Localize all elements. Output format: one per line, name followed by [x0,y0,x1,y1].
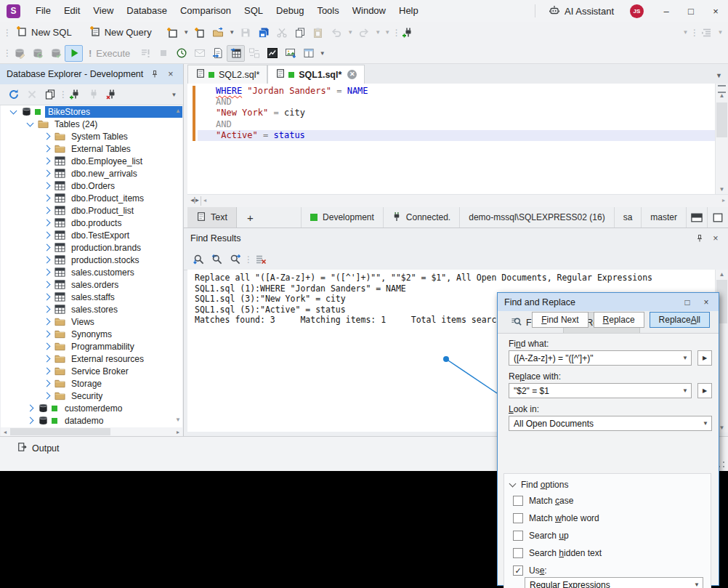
editor-hscrollbar[interactable]: ◂|▸ ◂ ▸ [187,194,728,207]
ai-assistant-button[interactable]: AI Assistant [543,4,620,18]
dialog-titlebar[interactable]: Find and Replace □ × [498,293,719,311]
tree-item-views[interactable]: Views [1,315,182,328]
scroll-up-arrow[interactable]: ▲ [175,108,181,114]
new-window-icon[interactable] [163,24,182,41]
chevron-collapsed-icon[interactable] [44,306,51,313]
minimize-button[interactable]: – [654,0,679,22]
tree-item-dbo-orders[interactable]: dbo.Orders [1,180,182,192]
clear-results-icon[interactable] [251,251,270,267]
copy-icon[interactable] [291,24,310,41]
email-icon[interactable] [190,45,209,62]
use-combobox[interactable]: Regular Expressions ▼ [525,577,703,588]
cut-icon[interactable] [273,24,291,41]
stop-icon[interactable] [154,45,172,62]
new-query-button[interactable]: New Query [84,24,158,41]
menu-database[interactable]: Database [120,0,174,22]
close-tab-icon[interactable]: ✕ [347,70,357,79]
execute-script-icon[interactable] [136,45,154,62]
dropdown-arrow[interactable]: ▼ [318,45,327,62]
replace-with-combobox[interactable]: "$2" = $1 ▼ [509,383,692,398]
new-sql-button[interactable]: New SQL [10,24,78,41]
dropdown-arrow[interactable]: ▼ [227,24,237,41]
chevron-down-icon[interactable]: ▼ [700,420,711,427]
tree-item-production-brands[interactable]: production.brands [1,241,182,254]
chevron-collapsed-icon[interactable] [44,269,51,276]
tree-item-customerdemo[interactable]: customerdemo [1,402,182,414]
export-data-icon[interactable] [209,45,227,62]
chevron-collapsed-icon[interactable] [27,417,34,424]
scroll-up-arrow[interactable]: ▲ [716,92,728,99]
history-icon[interactable] [172,45,190,62]
chevron-collapsed-icon[interactable] [44,294,51,301]
refresh-icon[interactable] [4,86,23,103]
dropdown-arrow[interactable]: ▼ [373,24,383,41]
chevron-collapsed-icon[interactable] [44,170,51,177]
menu-window[interactable]: Window [346,0,392,22]
user-avatar[interactable]: JS [630,4,644,18]
checkbox-unchecked-icon[interactable] [513,531,523,541]
chevron-collapsed-icon[interactable] [44,257,51,264]
toolbar-separator[interactable]: ⋮ [244,254,251,265]
chevron-collapsed-icon[interactable] [44,207,51,214]
menu-sql[interactable]: SQL [238,0,270,22]
connect-new-icon[interactable] [400,24,418,41]
window-layout-icon[interactable] [299,45,318,62]
menu-edit[interactable]: Edit [57,0,86,22]
toolbar-grip[interactable]: ⋮ [3,48,10,58]
find-what-combobox[interactable]: ([A-Za-z]+) = "([^']+)" ▼ [509,350,692,366]
chevron-collapsed-icon[interactable] [44,182,51,190]
chevron-collapsed-icon[interactable] [44,281,51,289]
splitter-icon[interactable]: ◂|▸ [189,196,201,206]
scroll-left-arrow[interactable]: ◂ [1,427,9,436]
tree-item-service-broker[interactable]: Service Broker [1,365,182,377]
menu-help[interactable]: Help [392,0,425,22]
disconnect-icon[interactable] [102,86,121,103]
save-icon[interactable] [237,24,255,41]
new-document-icon[interactable] [191,24,209,41]
pin-icon[interactable] [147,67,163,81]
text-view-tab[interactable]: Text [187,207,237,227]
add-view-tab[interactable]: + [237,207,264,227]
maximize-button[interactable]: □ [679,0,703,22]
chevron-collapsed-icon[interactable] [27,405,34,412]
toolbar-separator[interactable]: ⋮ [392,28,400,38]
connect-icon[interactable] [84,86,102,103]
dialog-close-button[interactable]: × [697,294,716,310]
scrollbar-thumb[interactable] [716,102,727,137]
editor-vscrollbar[interactable]: ▲ ▼ [715,84,728,194]
dropdown-arrow[interactable]: ▼ [681,24,690,41]
find-result-line[interactable]: Replace all "([A-Za-z]+) = "([^']+)"", "… [195,273,716,283]
menu-file[interactable]: File [29,0,57,22]
tree-item-dbo-employee-list[interactable]: dbo.Employee_list [1,155,182,167]
chevron-collapsed-icon[interactable] [44,158,51,165]
tree-item-dbo-testexport[interactable]: dbo.TestExport [1,229,182,241]
pin-icon[interactable] [692,231,708,246]
checkbox-unchecked-icon[interactable] [513,548,523,558]
checkbox-search-hidden-text[interactable]: Search hidden text [513,548,602,558]
chevron-down-icon[interactable]: ▼ [679,355,691,361]
toolbar-separator[interactable]: ⋮ [690,28,697,38]
tree-item-tables-24-[interactable]: Tables (24) [1,118,182,130]
scroll-right-arrow[interactable]: ▸ [174,427,182,436]
find-options-expander[interactable]: Find options [510,480,568,490]
menu-tools[interactable]: Tools [310,0,345,22]
chevron-down-icon[interactable]: ▼ [679,387,691,394]
duplicate-icon[interactable] [41,86,59,103]
execute-play-button[interactable] [65,45,83,62]
dropdown-arrow[interactable]: ▼ [346,24,355,41]
menu-debug[interactable]: Debug [270,0,310,22]
toolbar-grip[interactable]: ⋮ [3,28,10,38]
format-sql-icon[interactable] [697,24,716,41]
split-view-icon[interactable] [686,207,707,227]
tree-item-storage[interactable]: Storage [1,377,182,390]
data-compare-icon[interactable] [245,45,263,62]
tree-item-security[interactable]: Security [1,390,182,402]
checkbox-search-up[interactable]: Search up [513,531,569,541]
chevron-collapsed-icon[interactable] [44,355,51,363]
connection-status[interactable]: Connected. [383,207,459,227]
open-file-icon[interactable] [209,24,227,41]
environment-indicator[interactable]: Development [301,207,383,227]
replace-button[interactable]: Replace [594,312,644,328]
checkbox-use[interactable]: ✓Use: [513,565,547,576]
tree-item-datademo[interactable]: datademo [1,414,182,427]
